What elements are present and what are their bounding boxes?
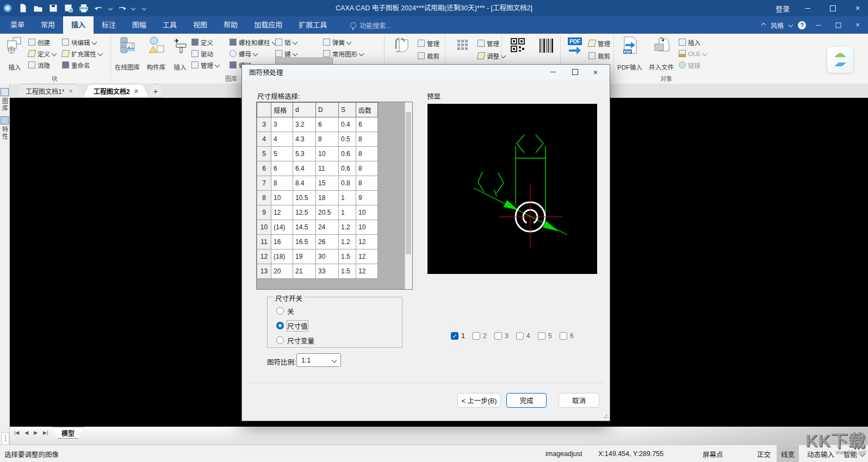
spec-cell[interactable]: 8 bbox=[271, 176, 293, 191]
radio-button-icon[interactable] bbox=[276, 322, 284, 329]
screen-point-toggle[interactable]: 屏幕点 bbox=[703, 445, 723, 462]
style-menu[interactable]: 风格 bbox=[771, 21, 784, 30]
spec-col-header[interactable]: 规格 bbox=[271, 103, 293, 117]
layer-checkbox-6[interactable]: 6 bbox=[560, 332, 574, 340]
spec-row-header[interactable]: 10 bbox=[257, 220, 271, 235]
spec-row-header[interactable]: 12 bbox=[257, 249, 271, 264]
spec-cell[interactable]: 8.4 bbox=[293, 176, 316, 191]
common-shapes-button[interactable]: 常用图形 bbox=[323, 48, 363, 59]
layer-checkbox-3[interactable]: 3 bbox=[494, 332, 509, 340]
spec-cell[interactable]: 16 bbox=[271, 235, 293, 249]
spec-cell[interactable]: 20 bbox=[271, 264, 293, 279]
lib-define-button[interactable]: 定义 bbox=[191, 37, 213, 47]
spec-row[interactable]: 132021331.512 bbox=[257, 264, 378, 279]
merge-file-button[interactable]: 并入文件 bbox=[646, 35, 677, 72]
panel-handle[interactable] bbox=[1, 432, 9, 445]
spec-row[interactable]: 111616.5261.212 bbox=[257, 235, 378, 249]
close-tab-icon[interactable]: × bbox=[69, 87, 73, 95]
spec-cell[interactable]: 12 bbox=[356, 249, 378, 264]
component-library-button[interactable]: 构件库 bbox=[144, 35, 169, 72]
spec-col-header[interactable] bbox=[257, 103, 271, 117]
open-file-icon[interactable] bbox=[33, 3, 44, 14]
panel-tab-library[interactable]: 图库 bbox=[0, 88, 9, 112]
spec-cell[interactable]: 16.5 bbox=[293, 235, 316, 249]
menu-tab-加载应用[interactable]: 加载应用 bbox=[246, 16, 290, 34]
checkbox-icon[interactable] bbox=[560, 332, 567, 340]
nut-button[interactable]: 螺母 bbox=[230, 48, 257, 59]
layer-checkbox-1[interactable]: ✓1 bbox=[451, 332, 465, 340]
function-search[interactable]: 功能搜索... bbox=[350, 16, 391, 34]
layer-checkbox-2[interactable]: 2 bbox=[473, 332, 487, 340]
block-insert-button[interactable]: 插入 bbox=[3, 35, 26, 72]
spec-cell[interactable]: 12.5 bbox=[293, 205, 316, 220]
spec-row[interactable]: 555.3100.68 bbox=[257, 147, 378, 161]
ortho-toggle[interactable]: 正交 bbox=[757, 445, 771, 462]
paste-manage-button[interactable]: 管理 bbox=[418, 38, 439, 48]
spec-row[interactable]: 788.4150.88 bbox=[257, 176, 378, 191]
doc-close-button[interactable]: × bbox=[851, 19, 865, 31]
spec-cell[interactable]: 4 bbox=[271, 132, 293, 147]
app-logo-icon[interactable] bbox=[2, 3, 13, 14]
undo-icon[interactable] bbox=[94, 3, 104, 14]
new-file-icon[interactable] bbox=[17, 3, 28, 14]
dialog-maximize-button[interactable] bbox=[566, 66, 584, 78]
last-sheet-icon[interactable]: ▶| bbox=[43, 430, 48, 435]
spec-cell[interactable]: 12 bbox=[356, 235, 378, 249]
spec-row[interactable]: 333.260.46 bbox=[257, 117, 378, 132]
window-close-button[interactable]: × bbox=[851, 2, 865, 14]
ole-button[interactable]: OLE bbox=[679, 48, 706, 59]
menu-tab-扩展工具[interactable]: 扩展工具 bbox=[290, 16, 335, 34]
spec-cell[interactable]: 24 bbox=[316, 220, 339, 235]
spec-cell[interactable]: 11 bbox=[316, 161, 339, 176]
online-library-button[interactable]: 在线图库 bbox=[113, 35, 141, 72]
checkbox-icon[interactable] bbox=[494, 332, 502, 340]
spec-cell[interactable]: 0.5 bbox=[339, 132, 356, 147]
spec-row[interactable]: 81010.51819 bbox=[257, 191, 378, 205]
block-create-button[interactable]: 创建 bbox=[28, 37, 50, 47]
spec-row[interactable]: 444.380.58 bbox=[257, 132, 378, 147]
spec-cell[interactable]: 10 bbox=[356, 220, 378, 235]
spec-cell[interactable]: 1.2 bbox=[339, 220, 356, 235]
spec-row[interactable]: 10(14)14.5241.210 bbox=[257, 220, 378, 235]
dynamic-input-toggle[interactable]: 动态输入 bbox=[807, 445, 834, 462]
table-scrollbar[interactable] bbox=[405, 102, 412, 289]
spec-cell[interactable]: 9 bbox=[356, 191, 378, 205]
pin-button[interactable]: 销 bbox=[275, 37, 297, 47]
spec-cell[interactable]: 0.6 bbox=[339, 161, 356, 176]
symbol-scale-combobox[interactable]: 1:1 bbox=[296, 353, 341, 367]
model-sheet-tab[interactable]: 模型 bbox=[52, 427, 84, 439]
layer-checkbox-5[interactable]: 5 bbox=[538, 332, 552, 340]
menu-tab-常用[interactable]: 常用 bbox=[33, 16, 63, 34]
prev-sheet-icon[interactable]: ◀ bbox=[24, 430, 28, 435]
pdf-clip-button[interactable]: 裁剪 bbox=[588, 51, 610, 61]
collapse-ribbon-icon[interactable] bbox=[761, 23, 766, 27]
spec-cell[interactable]: (18) bbox=[271, 249, 293, 264]
menu-tab-插入[interactable]: 插入 bbox=[63, 16, 94, 34]
style-dropdown-icon[interactable] bbox=[789, 23, 793, 27]
menu-tab-视图[interactable]: 视图 bbox=[185, 16, 215, 34]
spec-cell[interactable]: 0.6 bbox=[339, 147, 356, 161]
line-width-toggle[interactable]: 线宽 bbox=[777, 445, 799, 462]
spec-row-header[interactable]: 7 bbox=[257, 176, 271, 191]
spec-col-header[interactable]: S bbox=[339, 103, 356, 117]
spec-cell[interactable]: 21 bbox=[293, 264, 316, 279]
library-insert-button[interactable]: 插入 bbox=[170, 35, 190, 72]
spec-cell[interactable]: 8 bbox=[356, 132, 378, 147]
save-icon[interactable] bbox=[48, 3, 59, 14]
block-define-button[interactable]: 定义 bbox=[28, 48, 56, 59]
scrollbar-thumb[interactable] bbox=[406, 112, 411, 254]
spec-cell[interactable]: 5 bbox=[271, 147, 293, 161]
window-minimize-button[interactable] bbox=[801, 2, 815, 14]
rename-button[interactable]: 重命名 bbox=[62, 60, 90, 70]
smart-snap-toggle[interactable]: 智能 bbox=[844, 445, 864, 462]
menu-tab-菜单[interactable]: 菜单 bbox=[2, 16, 33, 34]
login-button[interactable]: 登录 bbox=[776, 3, 790, 14]
radio-button-icon[interactable] bbox=[276, 307, 284, 315]
spec-cell[interactable]: 33 bbox=[316, 264, 339, 279]
finish-button[interactable]: 完成 bbox=[506, 393, 547, 408]
spec-cell[interactable]: 10 bbox=[356, 205, 378, 220]
spec-row-header[interactable]: 9 bbox=[257, 205, 271, 220]
spec-cell[interactable]: 1 bbox=[339, 191, 356, 205]
spec-row[interactable]: 91212.520.5110 bbox=[257, 205, 378, 220]
spec-cell[interactable]: 6 bbox=[271, 161, 293, 176]
